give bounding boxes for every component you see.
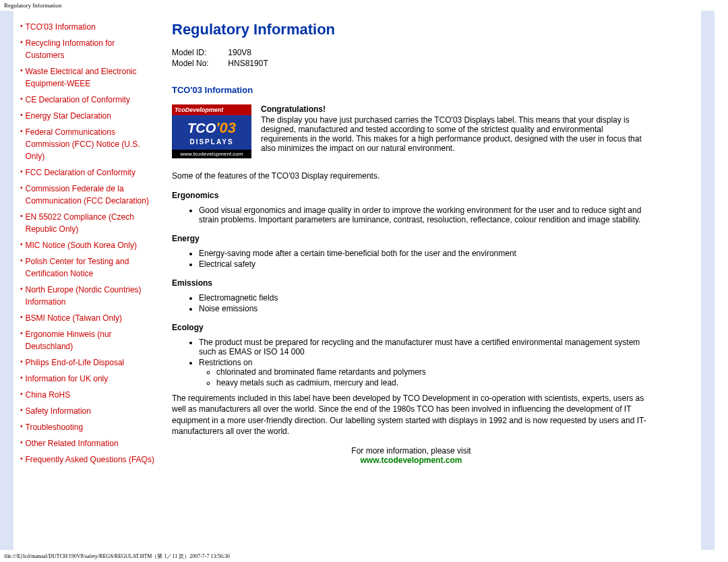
sidebar-link[interactable]: •Waste Electrical and Electronic Equipme… <box>20 65 155 90</box>
tco-logo-year: '03 <box>216 119 236 136</box>
bullet-icon: • <box>20 65 23 90</box>
sidebar-link[interactable]: •Safety Information <box>20 405 155 417</box>
model-no-row: Model No: HNS8190T <box>172 59 650 68</box>
left-accent-bar <box>0 11 13 550</box>
bullet-icon: • <box>20 437 23 449</box>
bullet-icon: • <box>20 328 23 352</box>
sidebar-link[interactable]: •TCO'03 Information <box>20 21 155 33</box>
sidebar-link[interactable]: •Recycling Information for Customers <box>20 37 155 61</box>
sidebar-link[interactable]: •Frequently Asked Questions (FAQs) <box>20 454 155 466</box>
bullet-icon: • <box>20 126 23 162</box>
bullet-icon: • <box>20 421 23 433</box>
congrats-text: The display you have just purchased carr… <box>261 115 650 153</box>
congrats-block: Congratulations! The display you have ju… <box>261 104 650 158</box>
footer-path: file:///E|/lcd/manual/DUTCH/190V8/safety… <box>4 553 230 560</box>
bullet-icon: • <box>20 239 23 251</box>
list-item: heavy metals such as cadmium, mercury an… <box>216 378 650 387</box>
ecology-list: The product must be prepared for recycli… <box>199 338 650 387</box>
energy-heading: Energy <box>172 234 650 243</box>
features-intro: Some of the features of the TCO'03 Displ… <box>172 170 650 181</box>
sidebar-link[interactable]: •Troubleshooting <box>20 421 155 433</box>
sidebar-link[interactable]: •Commission Federale de la Communication… <box>20 183 155 207</box>
sidebar-nav: •TCO'03 Information •Recycling Informati… <box>13 11 158 550</box>
tco-website-link[interactable]: www.tcodevelopment.com <box>361 456 462 465</box>
bullet-icon: • <box>20 166 23 179</box>
bullet-icon: • <box>20 356 23 369</box>
sidebar-link[interactable]: •Philips End-of-Life Disposal <box>20 356 155 369</box>
sidebar-link[interactable]: •Information for UK only <box>20 373 155 385</box>
sidebar-link[interactable]: •Other Related Information <box>20 437 155 449</box>
energy-list: Energy-saving mode after a certain time-… <box>199 249 650 269</box>
more-info-text: For more information, please visit <box>351 446 471 456</box>
more-info-block: For more information, please visit www.t… <box>172 446 650 465</box>
bullet-icon: • <box>20 37 23 61</box>
bullet-icon: • <box>20 21 23 33</box>
bullet-icon: • <box>20 94 23 106</box>
bullet-icon: • <box>20 211 23 235</box>
sidebar-link[interactable]: •BSMI Notice (Taiwan Only) <box>20 312 155 324</box>
list-item: chlorinated and brominated flame retarda… <box>216 367 650 377</box>
sidebar-link[interactable]: •FCC Declaration of Conformity <box>20 166 155 179</box>
ecology-sublist: chlorinated and brominated flame retarda… <box>216 367 650 387</box>
list-item: Electromagnetic fields <box>199 293 650 303</box>
ergonomics-heading: Ergonomics <box>172 191 650 200</box>
right-accent-bar <box>701 11 715 550</box>
tco-logo: TcoDevelopment TCO'03 DISPLAYS www.tcode… <box>172 104 251 158</box>
tco-logo-banner: TcoDevelopment <box>172 104 251 115</box>
sidebar-link[interactable]: •MIC Notice (South Korea Only) <box>20 239 155 251</box>
bullet-icon: • <box>20 454 23 466</box>
sidebar-link[interactable]: •Ergonomie Hinweis (nur Deutschland) <box>20 328 155 352</box>
bullet-icon: • <box>20 389 23 401</box>
model-id-value: 190V8 <box>228 48 251 57</box>
closing-paragraph: The requirements included in this label … <box>172 393 650 437</box>
model-no-label: Model No: <box>172 59 226 68</box>
list-item: Energy-saving mode after a certain time-… <box>199 249 650 258</box>
list-item: Good visual ergonomics and image quality… <box>199 206 650 224</box>
ergonomics-list: Good visual ergonomics and image quality… <box>199 206 650 224</box>
list-item: Restrictions on chlorinated and brominat… <box>199 358 650 387</box>
tco-logo-text: TCO <box>187 121 216 135</box>
page-layout: •TCO'03 Information •Recycling Informati… <box>0 11 728 550</box>
sidebar-link[interactable]: •China RoHS <box>20 389 155 401</box>
emissions-heading: Emissions <box>172 278 650 288</box>
tco-logo-displays: DISPLAYS <box>175 138 249 146</box>
emissions-list: Electromagnetic fields Noise emissions <box>199 293 650 313</box>
sidebar-link[interactable]: •Polish Center for Testing and Certifica… <box>20 255 155 280</box>
ecology-heading: Ecology <box>172 323 650 332</box>
sidebar-link[interactable]: •Energy Star Declaration <box>20 110 155 122</box>
page-title: Regulatory Information <box>172 21 650 38</box>
bullet-icon: • <box>20 405 23 417</box>
sidebar-link[interactable]: •CE Declaration of Conformity <box>20 94 155 106</box>
tco-heading: TCO'03 Information <box>172 85 650 95</box>
bullet-icon: • <box>20 255 23 280</box>
main-content: Regulatory Information Model ID: 190V8 M… <box>158 11 684 550</box>
bullet-icon: • <box>20 373 23 385</box>
tco-row: TcoDevelopment TCO'03 DISPLAYS www.tcode… <box>172 104 650 158</box>
model-no-value: HNS8190T <box>228 59 268 68</box>
model-id-label: Model ID: <box>172 48 226 57</box>
list-item: The product must be prepared for recycli… <box>199 338 650 356</box>
model-id-row: Model ID: 190V8 <box>172 48 650 57</box>
congrats-heading: Congratulations! <box>261 104 650 114</box>
header-path: Regulatory Information <box>0 0 728 11</box>
list-item: Electrical safety <box>199 259 650 269</box>
bullet-icon: • <box>20 183 23 207</box>
tco-logo-mid: TCO'03 DISPLAYS <box>172 115 251 150</box>
bullet-icon: • <box>20 110 23 122</box>
bullet-icon: • <box>20 284 23 308</box>
sidebar-link[interactable]: •North Europe (Nordic Countries) Informa… <box>20 284 155 308</box>
tco-logo-footer: www.tcodevelopment.com <box>172 150 251 158</box>
sidebar-link[interactable]: •Federal Communications Commission (FCC)… <box>20 126 155 162</box>
list-item: Noise emissions <box>199 304 650 313</box>
sidebar-link[interactable]: •EN 55022 Compliance (Czech Republic Onl… <box>20 211 155 235</box>
bullet-icon: • <box>20 312 23 324</box>
